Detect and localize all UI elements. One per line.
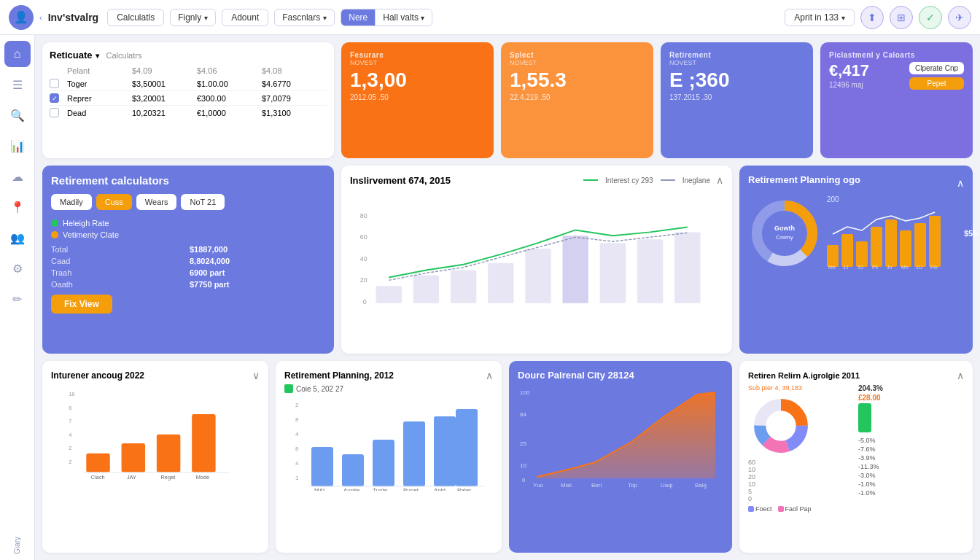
- svg-rect-42: [900, 230, 911, 267]
- svg-rect-7: [451, 271, 476, 303]
- metric2-sub: 22.4,219 .50: [510, 93, 645, 101]
- stat-value-caad: 8,8024,000: [190, 257, 325, 265]
- bottom4-donut: Sub pter 4, 39,183 6010201050: [748, 384, 854, 502]
- legend-item-vetimenty: Vetimenty Clate: [51, 230, 325, 239]
- sidebar-label: Giary: [13, 531, 21, 554]
- svg-text:MAI: MAI: [314, 487, 324, 491]
- ret-btn-madily[interactable]: Madily: [51, 194, 92, 210]
- sidebar-item-list[interactable]: ☰: [4, 71, 31, 98]
- bottom4-legend-row: Foect Faol Pap: [748, 505, 964, 513]
- legend-dot-green: [51, 219, 58, 227]
- sidebar-item-location[interactable]: 📍: [4, 194, 31, 220]
- svg-text:Pater: Pater: [457, 487, 471, 491]
- svg-text:JJ: JJ: [843, 265, 848, 270]
- metric4-btn2[interactable]: Pepet: [909, 77, 964, 90]
- nav-nere-button[interactable]: Nere: [341, 9, 376, 26]
- sidebar-item-edit[interactable]: ✏: [4, 286, 31, 312]
- nav-fascnlars-dropdown[interactable]: Fascnlars: [274, 9, 335, 26]
- dashboard-icon-button[interactable]: ⊞: [890, 6, 913, 29]
- svg-rect-60: [122, 443, 146, 472]
- svg-text:Pupet: Pupet: [403, 487, 419, 491]
- check-icon-button[interactable]: ✓: [919, 6, 942, 29]
- chart-collapse-button[interactable]: ∧: [716, 174, 723, 186]
- svg-rect-43: [914, 223, 926, 267]
- nav-adount-button[interactable]: Adount: [222, 9, 268, 26]
- row3-checkbox[interactable]: [50, 108, 59, 117]
- pct2: -7.6%: [858, 446, 964, 453]
- svg-text:84: 84: [520, 411, 526, 418]
- legend-line-ineglane: [661, 179, 675, 181]
- metric4-btn1[interactable]: Clperate Cnp: [909, 62, 964, 74]
- sidebar-item-home[interactable]: ⌂: [4, 41, 31, 67]
- svg-rect-5: [376, 286, 401, 303]
- svg-text:Yuo: Yuo: [533, 482, 543, 489]
- svg-rect-10: [562, 236, 588, 303]
- stat-label-traah: Traah: [51, 268, 187, 277]
- ret-btn-not21[interactable]: NoT 21: [181, 194, 225, 210]
- metric-splect: Splect NOVEST 1,55.3 22.4,219 .50: [501, 42, 653, 158]
- svg-text:Mati: Mati: [561, 482, 572, 489]
- table-row: Dead 10,20321 €1,0000 $1,3100: [50, 106, 327, 120]
- rocket-icon-button[interactable]: ✈: [948, 6, 971, 29]
- bottom4-percentages: 204.3% £28.00 -5.0% -7.6% -3.9% -11.3% -…: [858, 384, 964, 497]
- bottom-chart4: Retiren Relirn A.igrolgie 2011 ∧ Sub pte…: [739, 361, 973, 553]
- metric3-value: E ;360: [669, 69, 804, 92]
- metric1-sublabel: NOVEST: [350, 59, 485, 66]
- svg-text:Uaqi: Uaqi: [661, 482, 673, 489]
- chart-legend: Interest cy 293 Ineglane: [583, 176, 710, 184]
- svg-text:Mn: Mn: [901, 265, 909, 270]
- planning-collapse-button[interactable]: ∧: [957, 177, 964, 189]
- metric1-value: 1,3,00: [350, 69, 485, 92]
- row2-checkbox[interactable]: ✓: [50, 93, 59, 103]
- svg-rect-38: [841, 234, 853, 267]
- svg-rect-11: [600, 243, 626, 303]
- table-subtitle: Calculatrs: [106, 51, 142, 60]
- stat-value-total: $1887,000: [190, 245, 325, 254]
- table-column-headers: Pelant $4.09 $4.06 $4.08: [50, 65, 327, 77]
- investment-chart-header: Inslirvement 674, 2015 Interest cy 293 I…: [350, 174, 723, 186]
- svg-text:Regat: Regat: [160, 474, 175, 481]
- row1-checkbox[interactable]: [50, 79, 59, 88]
- metric2-value: 1,55.3: [510, 69, 645, 92]
- fix-view-button[interactable]: Fix View: [51, 295, 112, 314]
- svg-rect-13: [674, 232, 700, 303]
- ret-btn-wears[interactable]: Wears: [136, 194, 177, 210]
- sidebar-item-chart[interactable]: 📊: [4, 133, 31, 159]
- bottom4-collapse[interactable]: ∧: [957, 370, 964, 381]
- svg-text:8: 8: [295, 446, 299, 452]
- nav-hallvalts-button[interactable]: Hall valts: [376, 9, 432, 26]
- svg-text:10: 10: [520, 462, 526, 469]
- svg-text:Berl: Berl: [591, 482, 602, 489]
- planning-card: Retirement Planning ogo ∧ Gowth Cremy: [739, 166, 973, 354]
- svg-text:Auplie: Auplie: [343, 487, 360, 491]
- bottom1-chart-svg: 18 6 7 4 2 2 Ciach JAY Regat Mode: [51, 386, 260, 481]
- table-reticuate-dropdown[interactable]: Reticuate: [50, 50, 99, 61]
- metric3-label: Retirement: [669, 51, 804, 59]
- back-button[interactable]: ‹: [39, 13, 42, 22]
- bottom2-collapse[interactable]: ∧: [486, 370, 493, 381]
- table-row: Toger $3,50001 $1.00.00 $4.6770: [50, 77, 327, 91]
- upload-icon-button[interactable]: ⬆: [860, 6, 884, 29]
- date-picker[interactable]: Aprit in 133: [785, 9, 855, 26]
- nav-calculatls-button[interactable]: Calculatls: [107, 9, 164, 26]
- bottom1-collapse[interactable]: ∨: [252, 370, 260, 381]
- sidebar-item-people[interactable]: 👥: [4, 225, 31, 251]
- svg-rect-12: [637, 239, 663, 303]
- user-avatar[interactable]: 👤: [9, 5, 34, 30]
- bottom3-chart-svg: 100 84 25 10 0 Yuo: [518, 384, 723, 489]
- sidebar-item-settings[interactable]: ⚙: [4, 255, 31, 281]
- retirement-calc-title: Retirement calculators: [51, 174, 325, 187]
- svg-rect-78: [434, 416, 456, 486]
- svg-rect-6: [413, 275, 439, 303]
- nav-fignly-dropdown[interactable]: Fignly: [170, 9, 216, 26]
- svg-text:20: 20: [360, 276, 368, 284]
- ret-btn-cuss[interactable]: Cuss: [96, 194, 132, 210]
- bottom1-title: Inturener ancoug 2022: [51, 370, 144, 381]
- bottom2-title: Retirement Planning, 2012: [284, 370, 394, 381]
- planning-title: Retirement Planning ogo: [748, 174, 860, 185]
- svg-rect-40: [871, 227, 882, 267]
- sidebar-item-cloud[interactable]: ☁: [4, 163, 31, 190]
- svg-text:Tuote: Tuote: [373, 487, 388, 491]
- svg-text:8: 8: [295, 416, 299, 423]
- sidebar-item-search[interactable]: 🔍: [4, 102, 31, 128]
